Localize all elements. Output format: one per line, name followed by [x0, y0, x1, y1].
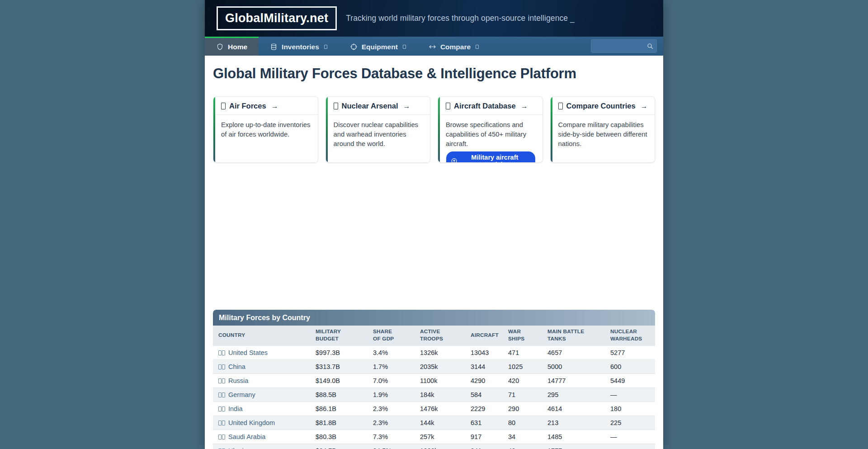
- table-row: Russia$149.0B7.0%1100k4290420147775449: [213, 373, 655, 388]
- warheads-link[interactable]: 600: [605, 359, 655, 373]
- card-compare-countries-link[interactable]: Compare Countries →: [551, 97, 655, 115]
- aircraft-link[interactable]: 631: [465, 416, 503, 430]
- budget-cell: $149.0B: [310, 373, 368, 388]
- troops-cell: 1100k: [415, 373, 465, 388]
- gdp-cell: 3.4%: [368, 345, 415, 359]
- column-header-share-of-gdp: SHARE OF GDP: [368, 326, 415, 345]
- nav-search: [591, 39, 657, 53]
- troops-cell: 1000k: [415, 444, 465, 449]
- nav-item-label: Equipment: [362, 43, 398, 51]
- card-aircraft-database: Aircraft Database → Browse specification…: [438, 96, 543, 163]
- feature-cards: Air Forces → Explore up-to-date inventor…: [213, 96, 655, 163]
- warheads-link[interactable]: 5277: [605, 345, 655, 359]
- flag-icon: [218, 350, 225, 355]
- ships-link[interactable]: 290: [503, 402, 542, 416]
- warheads-link[interactable]: 180: [605, 402, 655, 416]
- aircraft-link[interactable]: 2229: [465, 402, 503, 416]
- column-header-war-ships: WAR SHIPS: [503, 326, 542, 345]
- aircraft-link[interactable]: 917: [465, 430, 503, 444]
- tanks-cell: 4657: [542, 345, 605, 359]
- card-nuclear-arsenal: Nuclear Arsenal → Discover nuclear capab…: [326, 96, 431, 163]
- missing-glyph-icon: [334, 103, 338, 109]
- country-link[interactable]: United Kingdom: [228, 419, 275, 426]
- table-row: Ukraine$64.7B34.5%1000k341431777—: [213, 444, 655, 449]
- ships-link[interactable]: 471: [503, 345, 542, 359]
- nav-item-home[interactable]: Home: [205, 37, 259, 56]
- aircraft-link[interactable]: 4290: [465, 373, 503, 388]
- dropdown-indicator-icon: [476, 45, 479, 49]
- gdp-cell: 7.3%: [368, 430, 415, 444]
- budget-cell: $86.1B: [310, 402, 368, 416]
- aircraft-link[interactable]: 584: [465, 388, 503, 402]
- flag-icon: [218, 378, 225, 383]
- budget-cell: $81.8B: [310, 416, 368, 430]
- troops-cell: 144k: [415, 416, 465, 430]
- button-label: Military aircraft models: [461, 154, 528, 163]
- troops-cell: 257k: [415, 430, 465, 444]
- country-link[interactable]: Saudi Arabia: [228, 433, 265, 440]
- missing-glyph-icon: [221, 103, 226, 109]
- card-title-text: Aircraft Database: [454, 102, 516, 110]
- tanks-cell: 1485: [542, 430, 605, 444]
- warheads-cell: —: [605, 388, 655, 402]
- country-link[interactable]: United States: [228, 349, 268, 356]
- table-row: India$86.1B2.3%1476k22292904614180: [213, 402, 655, 416]
- nav-item-compare[interactable]: Compare: [417, 37, 490, 56]
- aircraft-link[interactable]: 341: [465, 444, 503, 449]
- nav-item-equipment[interactable]: Equipment: [339, 37, 417, 56]
- card-nuclear-arsenal-link[interactable]: Nuclear Arsenal →: [326, 97, 430, 115]
- warheads-link[interactable]: 225: [605, 416, 655, 430]
- column-header-active-troops: ACTIVE TROOPS: [415, 326, 465, 345]
- aircraft-link[interactable]: 13043: [465, 345, 503, 359]
- dropdown-indicator-icon: [324, 45, 327, 49]
- troops-cell: 1476k: [415, 402, 465, 416]
- ships-link[interactable]: 1025: [503, 359, 542, 373]
- tanks-cell: 14777: [542, 373, 605, 388]
- column-header-aircraft: AIRCRAFT: [465, 326, 503, 345]
- column-header-military-budget: MILITARY BUDGET: [310, 326, 368, 345]
- gdp-cell: 2.3%: [368, 402, 415, 416]
- country-link[interactable]: India: [228, 405, 242, 412]
- country-link[interactable]: Germany: [228, 391, 255, 398]
- table-header-row: COUNTRY MILITARY BUDGET SHARE OF GDP ACT…: [213, 326, 655, 345]
- card-body-text: Browse specifications and capabilities o…: [438, 115, 542, 163]
- main-navbar: Home Inventories Equipment Compare: [205, 37, 663, 56]
- ships-link[interactable]: 71: [503, 388, 542, 402]
- ships-link[interactable]: 43: [503, 444, 542, 449]
- military-forces-table: COUNTRY MILITARY BUDGET SHARE OF GDP ACT…: [213, 326, 655, 449]
- country-cell: Germany: [213, 388, 310, 402]
- arrow-right-icon: →: [403, 102, 410, 110]
- search-icon[interactable]: [646, 43, 654, 50]
- country-cell: Saudi Arabia: [213, 430, 310, 444]
- military-aircraft-models-button[interactable]: Military aircraft models: [446, 151, 535, 163]
- ships-link[interactable]: 80: [503, 416, 542, 430]
- tanks-cell: 1777: [542, 444, 605, 449]
- site-header: GlobalMilitary.net Tracking world milita…: [205, 0, 663, 37]
- warheads-link[interactable]: 5449: [605, 373, 655, 388]
- tanks-cell: 5000: [542, 359, 605, 373]
- missing-glyph-icon: [446, 103, 450, 109]
- tanks-cell: 213: [542, 416, 605, 430]
- nav-item-label: Inventories: [282, 43, 319, 51]
- card-air-forces-link[interactable]: Air Forces →: [213, 97, 318, 115]
- dropdown-indicator-icon: [403, 45, 406, 49]
- card-aircraft-database-link[interactable]: Aircraft Database →: [438, 97, 542, 115]
- budget-cell: $997.3B: [310, 345, 368, 359]
- country-link[interactable]: China: [228, 363, 245, 370]
- table-row: China$313.7B1.7%2035k314410255000600: [213, 359, 655, 373]
- site-logo[interactable]: GlobalMilitary.net: [217, 6, 337, 30]
- page-title: Global Military Forces Database & Intell…: [213, 66, 655, 82]
- flag-icon: [218, 392, 225, 397]
- country-link[interactable]: Ukraine: [228, 447, 251, 449]
- card-air-forces: Air Forces → Explore up-to-date inventor…: [213, 96, 318, 163]
- ships-link[interactable]: 34: [503, 430, 542, 444]
- tanks-cell: 4614: [542, 402, 605, 416]
- country-cell: United States: [213, 345, 310, 359]
- nav-item-inventories[interactable]: Inventories: [259, 37, 339, 56]
- country-link[interactable]: Russia: [228, 377, 248, 384]
- ships-link[interactable]: 420: [503, 373, 542, 388]
- aircraft-link[interactable]: 3144: [465, 359, 503, 373]
- card-title-text: Air Forces: [229, 102, 266, 110]
- card-title-text: Compare Countries: [566, 102, 636, 110]
- nav-item-label: Home: [228, 43, 247, 51]
